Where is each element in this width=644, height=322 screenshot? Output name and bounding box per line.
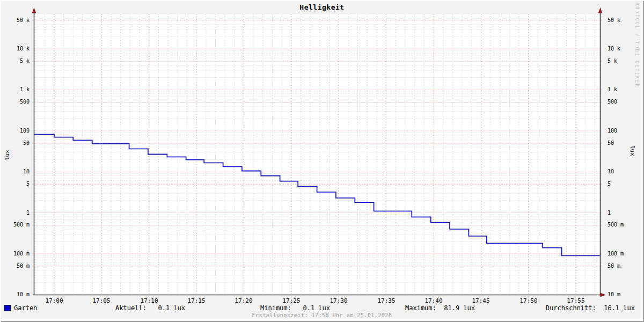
x-tick-label: 17:25 [278,298,305,304]
y-tick-label: 1 [0,210,30,216]
creation-timestamp: Erstellungszeit: 17:58 Uhr am 25.01.2026 [0,312,644,318]
y-tick-label: 5 [0,181,30,187]
y-tick-label: 50 m [0,263,30,269]
y-tick-label: 10 [0,169,30,175]
y-tick-label: 500 [0,99,30,105]
y-tick-label: 10 m [0,291,30,298]
y-tick-label-right: 10 m [608,291,620,298]
chart-canvas [0,0,644,322]
stat-maximum: Maximum: 81.9 lux [405,304,475,312]
stat-minimum: Minimum: 0.1 lux [260,304,330,312]
y-tick-label-right: 50 [608,140,614,147]
y-tick-label: 100 [0,128,30,134]
y-tick-label: 500 m [0,222,30,228]
rrdtool-watermark: RRDTOOL / TOBI OETIKER [634,3,639,88]
y-tick-label: 50 [0,140,30,147]
x-tick-label: 17:30 [325,298,352,304]
y-tick-label: 5 k [0,58,30,64]
x-tick-label: 17:20 [230,298,257,304]
stat-durchschnitt: Durchschnitt: 16.1 lux [546,304,635,312]
y-axis-unit-right: lux [629,145,635,156]
x-tick-label: 17:55 [562,298,589,304]
x-tick-label: 17:05 [88,298,115,304]
y-tick-label: 10 k [0,46,30,52]
x-tick-label: 17:10 [136,298,163,304]
x-tick-label: 17:15 [183,298,210,304]
y-tick-label-right: 5 [608,181,611,187]
x-tick-label: 17:40 [420,298,447,304]
y-tick-label-right: 5 k [608,58,617,64]
legend-color-swatch [4,305,11,311]
x-tick-label: 17:45 [467,298,494,304]
legend-series-label: Garten [14,304,37,312]
y-tick-label: 50 k [0,17,30,24]
y-tick-label-right: 100 m [608,251,624,257]
stat-aktuell: Aktuell: 0.1 lux [115,304,185,312]
y-tick-label-right: 50 k [608,17,620,24]
x-tick-label: 17:50 [515,298,542,304]
y-tick-label-right: 10 k [608,46,620,52]
y-tick-label-right: 10 [608,169,614,175]
y-tick-label-right: 50 m [608,263,620,269]
y-axis-unit-left: lux [4,150,11,160]
y-tick-label-right: 100 [608,128,617,134]
y-tick-label: 1 k [0,86,30,93]
y-tick-label-right: 500 m [608,222,624,228]
plot-area [34,14,601,295]
x-tick-label: 17:00 [41,298,68,304]
y-tick-label: 100 m [0,251,30,257]
chart-title: Helligkeit [0,3,644,11]
y-tick-label-right: 1 [608,210,611,216]
y-tick-label-right: 500 [608,99,617,105]
y-tick-label-right: 1 k [608,86,617,93]
x-tick-label: 17:35 [373,298,400,304]
